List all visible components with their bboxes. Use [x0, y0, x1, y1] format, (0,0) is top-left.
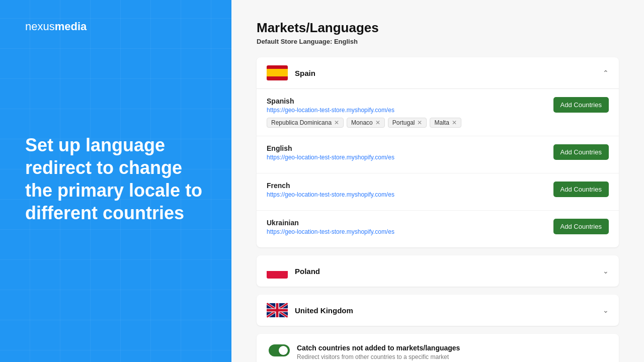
tag-label: Monaco	[351, 119, 373, 126]
flag-poland	[267, 263, 288, 279]
chevron-up-icon: ⌃	[603, 69, 609, 77]
market-card-uk: United Kingdom ⌄	[257, 295, 619, 326]
tag-close-republica[interactable]: ✕	[334, 120, 339, 126]
market-name-spain: Spain	[295, 69, 603, 77]
lang-name-spanish: Spanish	[267, 97, 545, 105]
tag-portugal: Portugal ✕	[388, 118, 427, 128]
left-panel: nexusmedia Set up language redirect to c…	[0, 0, 231, 362]
lang-url-ukrainian[interactable]: https://geo-location-test-store.myshopif…	[267, 228, 545, 235]
tag-close-portugal[interactable]: ✕	[417, 120, 422, 126]
market-name-uk: United Kingdom	[295, 306, 603, 315]
catch-info: Catch countries not added to markets/lan…	[297, 344, 460, 362]
flag-spain	[267, 65, 288, 80]
lang-row-spanish: Spanish https://geo-location-test-store.…	[257, 89, 619, 136]
page-title: Markets/Languages	[257, 20, 619, 36]
toggle-thumb	[279, 346, 288, 355]
catch-title: Catch countries not added to markets/lan…	[297, 344, 460, 352]
catch-toggle[interactable]	[269, 344, 290, 356]
tag-monaco: Monaco ✕	[347, 118, 385, 128]
market-card-poland: Poland ⌄	[257, 255, 619, 287]
chevron-down-icon-uk: ⌄	[603, 306, 609, 314]
add-countries-button-spanish[interactable]: Add Countries	[553, 97, 609, 113]
hero-text: Set up language redirect to change the p…	[25, 134, 206, 224]
subtitle-language: English	[334, 38, 358, 45]
market-body-spain: Spanish https://geo-location-test-store.…	[257, 88, 619, 247]
tag-close-malta[interactable]: ✕	[452, 120, 457, 126]
add-countries-button-ukrainian[interactable]: Add Countries	[553, 219, 609, 234]
lang-url-spanish[interactable]: https://geo-location-test-store.myshopif…	[267, 107, 545, 114]
lang-name-ukrainian: Ukrainian	[267, 219, 545, 227]
tag-label: Malta	[434, 119, 449, 126]
page-subtitle: Default Store Language: English	[257, 38, 619, 45]
lang-url-french[interactable]: https://geo-location-test-store.myshopif…	[267, 191, 545, 198]
catch-row: Catch countries not added to markets/lan…	[269, 344, 607, 362]
subtitle-prefix: Default Store Language:	[257, 38, 332, 45]
lang-url-english[interactable]: https://geo-location-test-store.myshopif…	[267, 154, 545, 161]
add-countries-button-french[interactable]: Add Countries	[553, 182, 609, 197]
flag-uk	[267, 303, 288, 318]
logo-prefix: nexus	[25, 20, 55, 33]
lang-name-french: French	[267, 182, 545, 190]
lang-info-spanish: Spanish https://geo-location-test-store.…	[267, 97, 545, 128]
logo-suffix: media	[55, 20, 87, 33]
lang-info-french: French https://geo-location-test-store.m…	[267, 182, 545, 202]
lang-info-english: English https://geo-location-test-store.…	[267, 144, 545, 165]
market-header-poland[interactable]: Poland ⌄	[257, 255, 619, 287]
market-header-spain[interactable]: Spain ⌃	[257, 57, 619, 88]
lang-row-ukrainian: Ukrainian https://geo-location-test-stor…	[257, 211, 619, 247]
lang-name-english: English	[267, 144, 545, 152]
right-panel: Markets/Languages Default Store Language…	[231, 0, 644, 362]
market-name-poland: Poland	[295, 267, 603, 276]
logo: nexusmedia	[25, 20, 206, 33]
chevron-down-icon-poland: ⌄	[603, 267, 609, 275]
lang-info-ukrainian: Ukrainian https://geo-location-test-stor…	[267, 219, 545, 239]
toggle-track[interactable]	[269, 344, 290, 356]
catch-desc: Redirect visitors from other countries t…	[297, 353, 460, 360]
catch-card: Catch countries not added to markets/lan…	[257, 334, 619, 362]
market-header-uk[interactable]: United Kingdom ⌄	[257, 295, 619, 326]
tag-close-monaco[interactable]: ✕	[375, 120, 380, 126]
tag-malta: Malta ✕	[430, 118, 461, 128]
tag-label: Republica Dominicana	[271, 119, 332, 126]
tag-label: Portugal	[392, 119, 415, 126]
market-card-spain: Spain ⌃ Spanish https://geo-location-tes…	[257, 57, 619, 247]
lang-row-french: French https://geo-location-test-store.m…	[257, 173, 619, 211]
tag-republica: Republica Dominicana ✕	[267, 118, 344, 128]
tags-spanish: Republica Dominicana ✕ Monaco ✕ Portugal…	[267, 118, 545, 128]
lang-row-english: English https://geo-location-test-store.…	[257, 136, 619, 173]
add-countries-button-english[interactable]: Add Countries	[553, 144, 609, 160]
